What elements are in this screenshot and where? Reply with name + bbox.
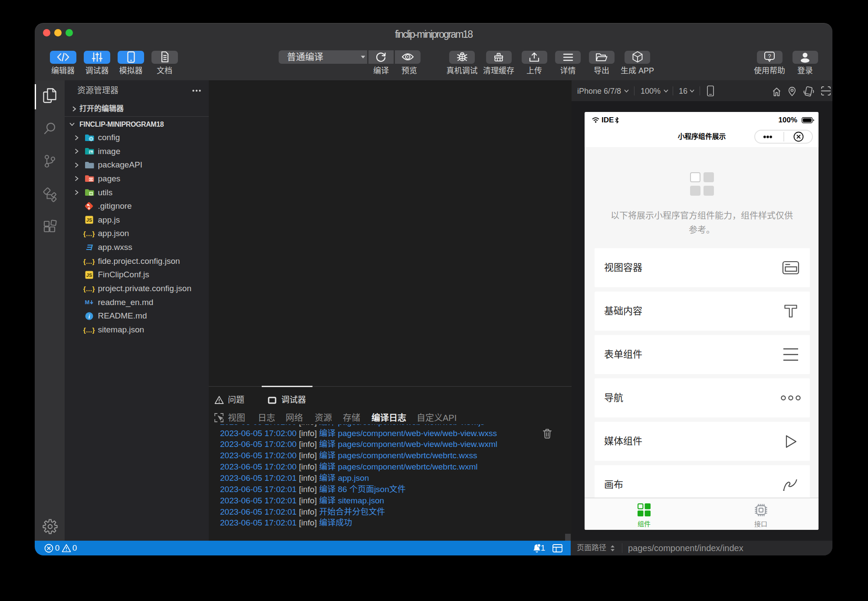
svg-text:{…}: {…} xyxy=(83,326,95,333)
svg-text:?: ? xyxy=(768,53,771,59)
svg-text:M: M xyxy=(85,299,90,305)
svg-text:JS: JS xyxy=(86,273,92,278)
svg-text:ヨ: ヨ xyxy=(85,243,93,252)
svg-text:JS: JS xyxy=(86,217,92,223)
svg-text:{…}: {…} xyxy=(83,285,95,292)
svg-text:i: i xyxy=(89,313,90,319)
svg-text:{…}: {…} xyxy=(83,257,95,265)
svg-text:{…}: {…} xyxy=(83,230,95,237)
